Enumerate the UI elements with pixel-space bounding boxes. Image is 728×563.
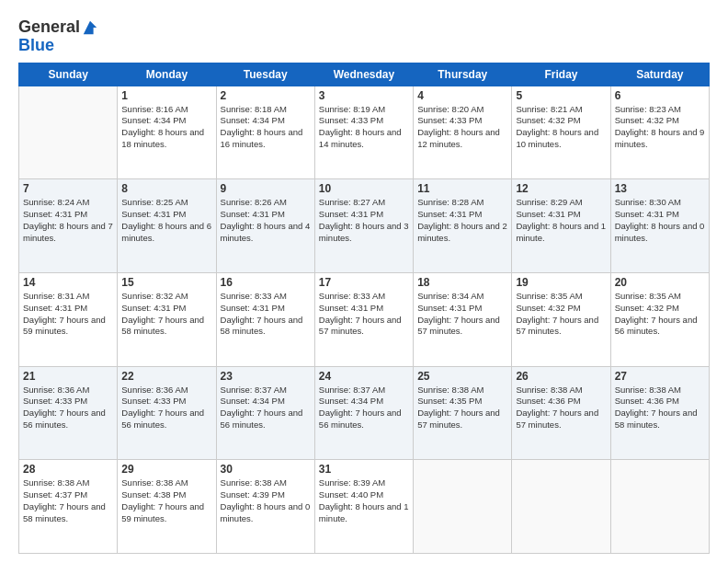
calendar-cell: 9Sunrise: 8:26 AMSunset: 4:31 PMDaylight… bbox=[216, 179, 314, 273]
calendar-cell: 7Sunrise: 8:24 AMSunset: 4:31 PMDaylight… bbox=[19, 179, 118, 273]
cell-info: Sunrise: 8:38 AMSunset: 4:36 PMDaylight:… bbox=[615, 385, 705, 431]
cell-date: 18 bbox=[417, 276, 507, 289]
calendar-cell: 17Sunrise: 8:33 AMSunset: 4:31 PMDayligh… bbox=[314, 272, 413, 366]
cell-info: Sunrise: 8:23 AMSunset: 4:32 PMDaylight:… bbox=[615, 104, 705, 151]
week-row-1: 1Sunrise: 8:16 AMSunset: 4:34 PMDaylight… bbox=[19, 86, 710, 179]
cell-date: 22 bbox=[121, 370, 211, 383]
calendar-cell: 8Sunrise: 8:25 AMSunset: 4:31 PMDaylight… bbox=[118, 179, 216, 273]
cell-date: 19 bbox=[516, 276, 606, 289]
day-header-friday: Friday bbox=[512, 63, 610, 86]
calendar-cell: 21Sunrise: 8:36 AMSunset: 4:33 PMDayligh… bbox=[19, 366, 118, 460]
cell-date: 16 bbox=[221, 276, 311, 289]
calendar-cell bbox=[19, 86, 118, 179]
day-header-tuesday: Tuesday bbox=[216, 63, 314, 86]
calendar-cell: 30Sunrise: 8:38 AMSunset: 4:39 PMDayligh… bbox=[216, 460, 314, 554]
week-row-5: 28Sunrise: 8:38 AMSunset: 4:37 PMDayligh… bbox=[19, 460, 710, 554]
calendar-cell: 25Sunrise: 8:38 AMSunset: 4:35 PMDayligh… bbox=[414, 366, 512, 460]
cell-info: Sunrise: 8:18 AMSunset: 4:34 PMDaylight:… bbox=[221, 104, 311, 151]
cell-info: Sunrise: 8:38 AMSunset: 4:38 PMDaylight:… bbox=[121, 477, 211, 524]
calendar-cell: 5Sunrise: 8:21 AMSunset: 4:32 PMDaylight… bbox=[512, 86, 610, 179]
cell-date: 3 bbox=[319, 89, 409, 102]
day-header-wednesday: Wednesday bbox=[314, 63, 413, 86]
cell-date: 27 bbox=[615, 370, 705, 383]
calendar-cell: 13Sunrise: 8:30 AMSunset: 4:31 PMDayligh… bbox=[610, 179, 709, 273]
cell-date: 7 bbox=[23, 182, 113, 195]
calendar-cell: 24Sunrise: 8:37 AMSunset: 4:34 PMDayligh… bbox=[314, 366, 413, 460]
cell-date: 21 bbox=[23, 370, 113, 383]
cell-date: 5 bbox=[516, 89, 606, 102]
calendar-cell: 19Sunrise: 8:35 AMSunset: 4:32 PMDayligh… bbox=[512, 272, 610, 366]
cell-date: 12 bbox=[516, 182, 606, 195]
day-header-sunday: Sunday bbox=[19, 63, 118, 86]
calendar-cell: 27Sunrise: 8:38 AMSunset: 4:36 PMDayligh… bbox=[610, 366, 709, 460]
page: General Blue SundayMondayTuesdayWednesda… bbox=[0, 0, 728, 563]
calendar-cell: 23Sunrise: 8:37 AMSunset: 4:34 PMDayligh… bbox=[216, 366, 314, 460]
cell-date: 14 bbox=[23, 276, 113, 289]
cell-info: Sunrise: 8:27 AMSunset: 4:31 PMDaylight:… bbox=[319, 197, 409, 244]
cell-info: Sunrise: 8:38 AMSunset: 4:36 PMDaylight:… bbox=[516, 385, 606, 431]
week-row-4: 21Sunrise: 8:36 AMSunset: 4:33 PMDayligh… bbox=[19, 366, 710, 460]
week-row-3: 14Sunrise: 8:31 AMSunset: 4:31 PMDayligh… bbox=[19, 272, 710, 366]
cell-date: 15 bbox=[121, 276, 211, 289]
day-header-monday: Monday bbox=[118, 63, 216, 86]
calendar-cell: 16Sunrise: 8:33 AMSunset: 4:31 PMDayligh… bbox=[216, 272, 314, 366]
cell-info: Sunrise: 8:33 AMSunset: 4:31 PMDaylight:… bbox=[221, 291, 311, 338]
cell-date: 2 bbox=[221, 89, 311, 102]
calendar-table: SundayMondayTuesdayWednesdayThursdayFrid… bbox=[18, 63, 710, 554]
cell-info: Sunrise: 8:28 AMSunset: 4:31 PMDaylight:… bbox=[417, 197, 507, 244]
cell-info: Sunrise: 8:33 AMSunset: 4:31 PMDaylight:… bbox=[319, 291, 409, 338]
header-row: SundayMondayTuesdayWednesdayThursdayFrid… bbox=[19, 63, 710, 86]
cell-date: 26 bbox=[516, 370, 606, 383]
cell-info: Sunrise: 8:21 AMSunset: 4:32 PMDaylight:… bbox=[516, 104, 606, 151]
day-header-thursday: Thursday bbox=[414, 63, 512, 86]
cell-info: Sunrise: 8:30 AMSunset: 4:31 PMDaylight:… bbox=[615, 197, 705, 244]
calendar-cell: 22Sunrise: 8:36 AMSunset: 4:33 PMDayligh… bbox=[118, 366, 216, 460]
calendar-cell: 4Sunrise: 8:20 AMSunset: 4:33 PMDaylight… bbox=[414, 86, 512, 179]
cell-date: 30 bbox=[221, 463, 311, 476]
cell-info: Sunrise: 8:38 AMSunset: 4:37 PMDaylight:… bbox=[23, 477, 113, 524]
cell-info: Sunrise: 8:32 AMSunset: 4:31 PMDaylight:… bbox=[121, 291, 211, 338]
calendar-cell: 26Sunrise: 8:38 AMSunset: 4:36 PMDayligh… bbox=[512, 366, 610, 460]
cell-info: Sunrise: 8:35 AMSunset: 4:32 PMDaylight:… bbox=[615, 291, 705, 338]
cell-date: 25 bbox=[417, 370, 507, 383]
logo-icon bbox=[82, 19, 98, 36]
calendar-cell: 10Sunrise: 8:27 AMSunset: 4:31 PMDayligh… bbox=[314, 179, 413, 273]
calendar-cell bbox=[610, 460, 709, 554]
cell-info: Sunrise: 8:37 AMSunset: 4:34 PMDaylight:… bbox=[221, 385, 311, 431]
day-header-saturday: Saturday bbox=[610, 63, 709, 86]
calendar-cell: 2Sunrise: 8:18 AMSunset: 4:34 PMDaylight… bbox=[216, 86, 314, 179]
cell-date: 24 bbox=[319, 370, 409, 383]
calendar-cell: 28Sunrise: 8:38 AMSunset: 4:37 PMDayligh… bbox=[19, 460, 118, 554]
calendar-cell: 18Sunrise: 8:34 AMSunset: 4:31 PMDayligh… bbox=[414, 272, 512, 366]
calendar-cell: 11Sunrise: 8:28 AMSunset: 4:31 PMDayligh… bbox=[414, 179, 512, 273]
cell-info: Sunrise: 8:38 AMSunset: 4:35 PMDaylight:… bbox=[417, 385, 507, 431]
cell-info: Sunrise: 8:35 AMSunset: 4:32 PMDaylight:… bbox=[516, 291, 606, 338]
calendar-cell bbox=[414, 460, 512, 554]
cell-date: 23 bbox=[221, 370, 311, 383]
cell-date: 10 bbox=[319, 182, 409, 195]
cell-date: 20 bbox=[615, 276, 705, 289]
cell-date: 31 bbox=[319, 463, 409, 476]
cell-info: Sunrise: 8:36 AMSunset: 4:33 PMDaylight:… bbox=[121, 385, 211, 431]
cell-date: 17 bbox=[319, 276, 409, 289]
cell-date: 13 bbox=[615, 182, 705, 195]
logo-general: General bbox=[18, 18, 80, 37]
svg-marker-0 bbox=[84, 21, 97, 34]
cell-info: Sunrise: 8:16 AMSunset: 4:34 PMDaylight:… bbox=[121, 104, 211, 151]
cell-info: Sunrise: 8:36 AMSunset: 4:33 PMDaylight:… bbox=[23, 385, 113, 431]
cell-date: 28 bbox=[23, 463, 113, 476]
calendar-cell: 3Sunrise: 8:19 AMSunset: 4:33 PMDaylight… bbox=[314, 86, 413, 179]
cell-info: Sunrise: 8:38 AMSunset: 4:39 PMDaylight:… bbox=[221, 477, 311, 524]
cell-info: Sunrise: 8:37 AMSunset: 4:34 PMDaylight:… bbox=[319, 385, 409, 431]
calendar-cell: 31Sunrise: 8:39 AMSunset: 4:40 PMDayligh… bbox=[314, 460, 413, 554]
cell-date: 8 bbox=[121, 182, 211, 195]
cell-info: Sunrise: 8:29 AMSunset: 4:31 PMDaylight:… bbox=[516, 197, 606, 244]
cell-date: 4 bbox=[417, 89, 507, 102]
cell-info: Sunrise: 8:24 AMSunset: 4:31 PMDaylight:… bbox=[23, 197, 113, 244]
header: General Blue bbox=[18, 15, 710, 55]
calendar-cell: 29Sunrise: 8:38 AMSunset: 4:38 PMDayligh… bbox=[118, 460, 216, 554]
cell-info: Sunrise: 8:31 AMSunset: 4:31 PMDaylight:… bbox=[23, 291, 113, 338]
cell-info: Sunrise: 8:20 AMSunset: 4:33 PMDaylight:… bbox=[417, 104, 507, 151]
week-row-2: 7Sunrise: 8:24 AMSunset: 4:31 PMDaylight… bbox=[19, 179, 710, 273]
calendar-cell: 14Sunrise: 8:31 AMSunset: 4:31 PMDayligh… bbox=[19, 272, 118, 366]
